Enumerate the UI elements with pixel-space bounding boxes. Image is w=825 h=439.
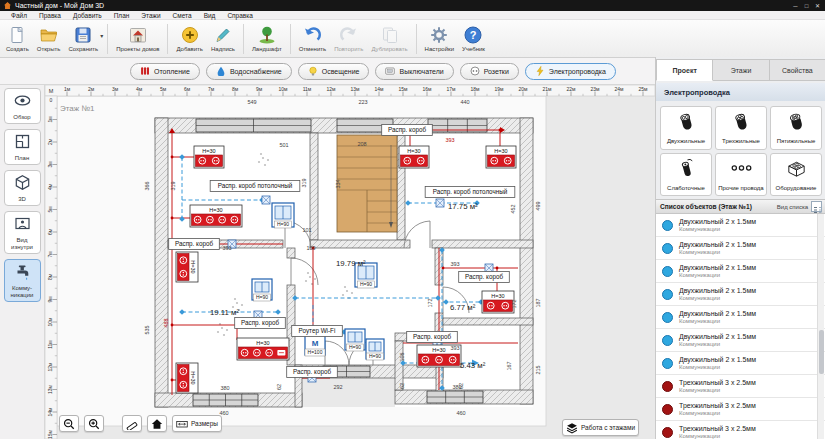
toolbar-button-open[interactable]: Открыть [33, 22, 65, 56]
callout-label[interactable]: Распр. короб [169, 239, 220, 250]
zoom-in-button[interactable] [84, 415, 104, 432]
svg-text:H=30: H=30 [407, 148, 420, 154]
sidebar-item-label: Вид изнутри [6, 237, 39, 251]
toolbar-button-help[interactable]: ?Учебник [458, 22, 489, 56]
save-dropdown-caret[interactable]: ▾ [100, 32, 103, 39]
svg-text:H=90: H=90 [349, 344, 361, 350]
object-list-item[interactable]: Трехжильный 3 x 2.5ммКоммуникации [656, 375, 825, 398]
settings-icon [429, 25, 449, 45]
wifi-router-box[interactable]: MH=100 [305, 335, 325, 356]
callout-label[interactable]: Распр. короб [382, 125, 433, 136]
callout-label[interactable]: Распр. короб [407, 332, 458, 343]
category-tab-socket[interactable]: Розетки [460, 63, 519, 80]
wall-box[interactable]: H=90 [366, 339, 384, 360]
object-list-item[interactable]: Двухжильный 2 x 1.5ммКоммуникации [656, 306, 825, 329]
object-list-item[interactable]: Двухжильный 2 x 1.5ммКоммуникации [656, 283, 825, 306]
floors-button[interactable]: Работа с этажами [562, 419, 639, 436]
menu-item[interactable]: Правка [33, 12, 67, 19]
outlet-block[interactable]: H=30 [190, 205, 242, 227]
category-tab-light[interactable]: Освещение [298, 63, 370, 80]
menu-item[interactable]: Этажи [135, 12, 166, 19]
outlet-block[interactable]: H=30 [176, 363, 198, 393]
home-view-button[interactable] [147, 415, 167, 432]
svg-text:H=90: H=90 [369, 353, 381, 359]
sidebar-item-comm[interactable]: Комму- никации [4, 259, 41, 302]
menu-item[interactable]: План [108, 12, 136, 19]
callout-label[interactable]: Распр. короб потолочный [210, 181, 300, 192]
object-list-item[interactable]: Двухжильный 2 x 1.5ммКоммуникации [656, 329, 825, 352]
wire-card-dots[interactable]: Прочие провода [715, 153, 767, 197]
menu-item[interactable]: Справка [221, 12, 259, 19]
object-list-item[interactable]: Трехжильный 3 x 2.5ммКоммуникации [656, 421, 825, 439]
close-button[interactable]: ✕ [812, 2, 823, 9]
outlet-block[interactable]: H=30 [486, 146, 516, 168]
minimize-button[interactable]: ─ [790, 3, 801, 9]
maximize-button[interactable]: □ [801, 3, 812, 9]
tab-Свойства[interactable]: Свойства [770, 59, 825, 81]
wall-box[interactable]: H=90 [272, 203, 294, 228]
object-list-item[interactable]: Двухжильный 2 x 1.5ммКоммуникации [656, 260, 825, 283]
sidebar-item-eye[interactable]: Обзор [4, 88, 41, 124]
wall-box[interactable]: H=90 [345, 329, 365, 351]
menu-item[interactable]: Файл [5, 12, 33, 19]
category-tab-heat[interactable]: Отопление [130, 63, 200, 80]
category-tab-label: Освещение [322, 68, 360, 75]
toolbar-button-undo[interactable]: Отменить [295, 22, 330, 56]
sidebar-item-plan[interactable]: План [4, 129, 41, 165]
callout-label[interactable]: Распр. короб потолочный [425, 187, 515, 198]
svg-text:H=90: H=90 [277, 221, 289, 227]
object-list-item[interactable]: Трехжильный 3 x 2.5ммКоммуникации [656, 398, 825, 421]
wire-card-cable5[interactable]: Пятижильные [770, 106, 822, 150]
object-name: Трехжильный 3 x 2.5мм [679, 379, 756, 387]
toolbar-button-settings[interactable]: Настройки [421, 22, 458, 56]
menu-item[interactable]: Вид [198, 12, 222, 19]
category-tab-water[interactable]: Водоснабжение [206, 63, 292, 80]
category-tab-switch[interactable]: Выключатели [375, 63, 453, 80]
callout-label[interactable]: Распр. короб [287, 367, 338, 378]
toolbar-button-add[interactable]: Добавить [172, 22, 207, 56]
toolbar-button-text[interactable]: Надпись [207, 22, 239, 56]
measure-pencil-button[interactable] [122, 415, 142, 432]
tab-Этажи[interactable]: Этажи [713, 59, 769, 81]
outlet-block[interactable]: H=30 [237, 338, 289, 360]
category-tab-wiring[interactable]: Электропроводка [525, 63, 616, 80]
toolbar-button-save[interactable]: Сохранить [64, 22, 102, 56]
zoom-out-button[interactable] [59, 415, 79, 432]
sidebar-item-cube[interactable]: 3D [4, 170, 41, 206]
wire-card-cableThin[interactable]: Слаботочные [660, 153, 712, 197]
outlet-block[interactable]: H=30 [482, 291, 514, 313]
menu-item[interactable]: Добавить [67, 12, 108, 19]
wall-box[interactable]: H=90 [252, 279, 272, 301]
object-list-scrollbar[interactable] [817, 214, 824, 439]
wiring-icon [535, 66, 545, 77]
toolbar-button-new[interactable]: Создать [2, 22, 33, 56]
callout-label[interactable]: Распр. короб [459, 272, 510, 283]
outlet-block[interactable]: H=30 [399, 146, 429, 168]
toolbar-button-landscape[interactable]: Ландшафт [248, 22, 286, 56]
object-list-item[interactable]: Двухжильный 2 x 1.5ммКоммуникации [656, 352, 825, 375]
list-view-button[interactable] [811, 201, 822, 212]
wire-card-cable3[interactable]: Трехжильные [715, 106, 767, 150]
menu-item[interactable]: Смета [167, 12, 198, 19]
callout-label[interactable]: Роутер Wi-Fi [292, 326, 343, 337]
outlet-block[interactable]: H=30 [176, 252, 198, 282]
outlet-block[interactable]: H=30 [194, 146, 224, 168]
add-icon [180, 25, 200, 45]
callout-label[interactable]: Распр. короб [235, 318, 286, 329]
object-color-dot [662, 427, 673, 438]
plan-canvas[interactable]: М01м2м3м4м5м6м7м8м9м10м11м12м13м14м15м16… [45, 85, 655, 439]
toolbar-button-projects[interactable]: Проекты домов [112, 22, 163, 56]
sidebar-item-inside[interactable]: Вид изнутри [4, 211, 41, 254]
svg-text:12м: 12м [327, 86, 337, 92]
tab-Проект[interactable]: Проект [656, 59, 713, 81]
dimension-label: 488 [163, 318, 169, 327]
object-list-item[interactable]: Двухжильный 2 x 1.5ммКоммуникации [656, 214, 825, 237]
object-sublabel: Коммуникации [679, 249, 756, 256]
dimensions-toggle-button[interactable]: Размеры [172, 415, 222, 432]
scrollbar-thumb[interactable] [819, 330, 824, 374]
object-list-item[interactable]: Двухжильный 2 x 1.5ммКоммуникации [656, 237, 825, 260]
dimension-label: 172 [427, 298, 433, 307]
svg-text:17м: 17м [447, 86, 457, 92]
wire-card-cable2[interactable]: Двухжильные [660, 106, 712, 150]
wire-card-equip[interactable]: Оборудование [770, 153, 822, 197]
